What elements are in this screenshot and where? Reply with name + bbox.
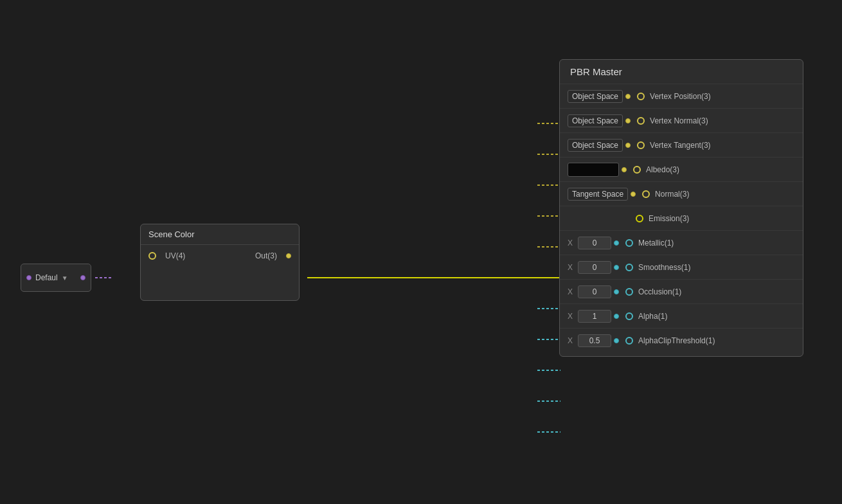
vertex-normal-dot <box>625 118 631 123</box>
pbr-master-title: PBR Master <box>560 60 803 84</box>
port-alpha: X 1 Alpha(1) <box>560 303 803 328</box>
vertex-tangent-value[interactable]: Object Space <box>568 139 623 152</box>
scene-color-body: UV(4) Out(3) <box>141 245 299 267</box>
port-emission: Emission(3) <box>560 206 803 230</box>
smoothness-input: X 0 <box>568 261 619 274</box>
occlusion-port[interactable] <box>625 288 633 296</box>
alpha-clip-value[interactable]: 0.5 <box>578 334 611 347</box>
occlusion-label: Occlusion(1) <box>638 287 795 296</box>
smoothness-value[interactable]: 0 <box>578 261 611 274</box>
default-node-output <box>80 275 85 280</box>
alpha-x: X <box>568 312 573 321</box>
occlusion-dot <box>614 289 619 294</box>
port-smoothness: X 0 Smoothness(1) <box>560 255 803 279</box>
smoothness-dot <box>614 265 619 270</box>
scene-color-output-row: Out(3) <box>255 251 291 260</box>
normal-input: Tangent Space <box>568 188 636 201</box>
albedo-port[interactable] <box>633 166 641 174</box>
out-label: Out(3) <box>255 251 277 260</box>
vertex-normal-value[interactable]: Object Space <box>568 114 623 127</box>
emission-label: Emission(3) <box>649 214 795 223</box>
vertex-position-label: Vertex Position(3) <box>650 92 795 101</box>
shader-graph-canvas: Defaul ▼ Scene Color UV(4) Out(3) PBR Ma… <box>0 0 842 504</box>
alpha-clip-x: X <box>568 336 573 345</box>
alpha-clip-port[interactable] <box>625 337 633 345</box>
port-albedo: Albedo(3) <box>560 157 803 181</box>
alpha-clip-label: AlphaClipThreshold(1) <box>638 336 795 345</box>
normal-label: Normal(3) <box>655 190 795 199</box>
albedo-label: Albedo(3) <box>646 165 795 174</box>
metallic-input: X 0 <box>568 237 619 249</box>
out-output-dot <box>286 253 291 258</box>
albedo-color-swatch[interactable] <box>568 163 619 177</box>
smoothness-port[interactable] <box>625 264 633 271</box>
vertex-tangent-dot <box>625 143 631 148</box>
scene-color-node: Scene Color UV(4) Out(3) <box>140 224 300 301</box>
vertex-normal-input: Object Space <box>568 114 631 127</box>
default-node-label: Defaul <box>35 273 58 282</box>
vertex-position-value[interactable]: Object Space <box>568 90 623 103</box>
vertex-tangent-input: Object Space <box>568 139 631 152</box>
default-node[interactable]: Defaul ▼ <box>21 264 91 292</box>
port-vertex-tangent: Object Space Vertex Tangent(3) <box>560 132 803 157</box>
albedo-dot <box>622 167 627 172</box>
scene-color-title: Scene Color <box>141 224 299 245</box>
port-normal: Tangent Space Normal(3) <box>560 181 803 206</box>
alpha-clip-input: X 0.5 <box>568 334 619 347</box>
vertex-position-input: Object Space <box>568 90 631 103</box>
uv-input-port[interactable] <box>148 252 156 260</box>
normal-dot <box>631 192 636 197</box>
vertex-tangent-label: Vertex Tangent(3) <box>650 141 795 150</box>
occlusion-value[interactable]: 0 <box>578 285 611 298</box>
occlusion-input: X 0 <box>568 285 619 298</box>
metallic-value[interactable]: 0 <box>578 237 611 249</box>
normal-port[interactable] <box>642 190 650 198</box>
vertex-position-dot <box>625 94 631 99</box>
vertex-tangent-port[interactable] <box>637 141 645 149</box>
pbr-master-node: PBR Master Object Space Vertex Position(… <box>559 59 803 357</box>
vertex-normal-port[interactable] <box>637 117 645 125</box>
alpha-clip-dot <box>614 338 619 343</box>
metallic-x: X <box>568 239 573 248</box>
alpha-value[interactable]: 1 <box>578 310 611 323</box>
uv-input-label: UV(4) <box>165 251 185 260</box>
dropdown-arrow-icon[interactable]: ▼ <box>62 274 68 282</box>
default-output-dot <box>26 275 31 280</box>
metallic-port[interactable] <box>625 239 633 247</box>
occlusion-x: X <box>568 287 573 296</box>
albedo-input <box>568 163 627 177</box>
metallic-label: Metallic(1) <box>638 239 795 248</box>
port-alpha-clip: X 0.5 AlphaClipThreshold(1) <box>560 328 803 352</box>
smoothness-x: X <box>568 263 573 272</box>
emission-port[interactable] <box>636 215 643 222</box>
alpha-label: Alpha(1) <box>638 312 795 321</box>
metallic-dot <box>614 240 619 246</box>
vertex-normal-label: Vertex Normal(3) <box>650 116 795 125</box>
port-metallic: X 0 Metallic(1) <box>560 230 803 255</box>
scene-color-input-row: UV(4) <box>148 251 185 260</box>
alpha-dot <box>614 314 619 319</box>
port-vertex-normal: Object Space Vertex Normal(3) <box>560 108 803 132</box>
alpha-port[interactable] <box>625 312 633 320</box>
alpha-input: X 1 <box>568 310 619 323</box>
normal-value[interactable]: Tangent Space <box>568 188 628 201</box>
port-vertex-position: Object Space Vertex Position(3) <box>560 84 803 108</box>
smoothness-label: Smoothness(1) <box>638 263 795 272</box>
port-occlusion: X 0 Occlusion(1) <box>560 279 803 303</box>
vertex-position-port[interactable] <box>637 93 645 100</box>
